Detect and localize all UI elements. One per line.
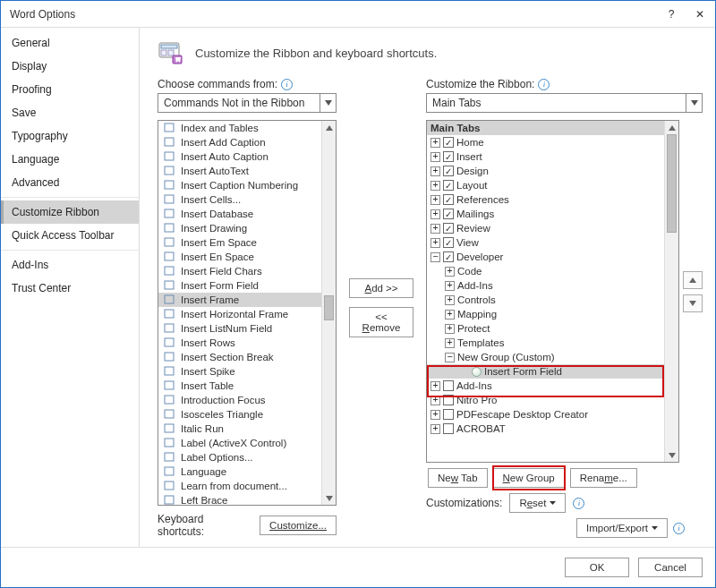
command-item[interactable]: Insert Rows <box>158 336 321 350</box>
tree-item[interactable]: −New Group (Custom) <box>427 350 664 364</box>
checkbox[interactable] <box>443 194 454 205</box>
command-item[interactable]: Insert Section Break <box>158 350 321 364</box>
sidebar-item-save[interactable]: Save <box>1 101 139 124</box>
tree-item[interactable]: +Mapping <box>427 307 664 321</box>
expand-icon[interactable]: + <box>445 295 455 305</box>
help-button[interactable]: ? <box>665 8 678 21</box>
collapse-icon[interactable]: − <box>430 252 440 262</box>
checkbox[interactable] <box>443 223 454 234</box>
expand-icon[interactable]: + <box>445 324 455 334</box>
command-item[interactable]: Insert Auto Caption <box>158 149 321 164</box>
info-icon[interactable]: i <box>281 79 293 90</box>
scrollbar[interactable] <box>664 121 678 462</box>
sidebar-item-advanced[interactable]: Advanced <box>1 171 139 194</box>
choose-commands-select[interactable]: Commands Not in the Ribbon <box>158 93 337 113</box>
scroll-up-button[interactable] <box>322 121 336 134</box>
sidebar-item-customize-ribbon[interactable]: Customize Ribbon <box>1 200 139 224</box>
sidebar-item-add-ins[interactable]: Add-Ins <box>1 253 139 277</box>
info-icon[interactable]: i <box>573 498 584 509</box>
command-item[interactable]: Insert Database <box>158 207 321 221</box>
tree-item[interactable]: Insert Form Field <box>427 364 664 379</box>
expand-icon[interactable]: + <box>430 181 440 191</box>
commands-listbox[interactable]: Index and TablesInsert Add CaptionInsert… <box>158 120 337 506</box>
command-item[interactable]: Insert Table <box>158 379 321 393</box>
tree-item[interactable]: +Controls <box>427 293 664 307</box>
move-up-button[interactable] <box>683 271 703 289</box>
add-button[interactable]: Add >> <box>349 278 413 298</box>
command-item[interactable]: Language <box>158 464 321 479</box>
command-item[interactable]: Left Brace <box>158 493 321 505</box>
info-icon[interactable]: i <box>538 79 550 90</box>
checkbox[interactable] <box>443 166 454 176</box>
tree-item[interactable]: +Insert <box>427 149 664 164</box>
expand-icon[interactable]: + <box>445 338 455 348</box>
checkbox[interactable] <box>443 251 454 262</box>
tree-item[interactable]: +Nitro Pro <box>427 393 664 407</box>
checkbox[interactable] <box>443 237 454 248</box>
command-item[interactable]: Italic Run <box>158 422 321 436</box>
checkbox[interactable] <box>443 380 454 391</box>
tree-item[interactable]: +PDFescape Desktop Creator <box>427 407 664 422</box>
expand-icon[interactable]: + <box>430 138 440 148</box>
tree-item[interactable]: +Design <box>427 164 664 178</box>
checkbox[interactable] <box>443 395 454 405</box>
command-item[interactable]: Index and Tables <box>158 121 321 135</box>
info-icon[interactable]: i <box>673 523 685 534</box>
checkbox[interactable] <box>443 180 454 191</box>
sidebar-item-display[interactable]: Display <box>1 55 139 78</box>
command-item[interactable]: Label (ActiveX Control) <box>158 436 321 450</box>
remove-button[interactable]: << Remove <box>349 307 413 337</box>
expand-icon[interactable]: + <box>445 267 455 277</box>
command-item[interactable]: Learn from document... <box>158 479 321 493</box>
rename-button[interactable]: Rename... <box>570 468 637 488</box>
command-item[interactable]: Insert ListNum Field <box>158 321 321 336</box>
tree-item[interactable]: +Code <box>427 264 664 278</box>
tree-item[interactable]: +Add-Ins <box>427 379 664 393</box>
tree-item[interactable]: +Review <box>427 221 664 235</box>
expand-icon[interactable]: + <box>430 209 440 219</box>
tree-item[interactable]: +Templates <box>427 336 664 350</box>
command-item[interactable]: Insert Horizontal Frame <box>158 307 321 321</box>
checkbox[interactable] <box>443 423 454 434</box>
checkbox[interactable] <box>443 209 454 219</box>
scrollbar[interactable] <box>321 121 336 505</box>
command-item[interactable]: Insert AutoText <box>158 164 321 178</box>
command-item[interactable]: Insert Form Field <box>158 278 321 293</box>
expand-icon[interactable]: + <box>430 410 440 420</box>
checkbox[interactable] <box>443 151 454 162</box>
expand-icon[interactable]: + <box>430 152 440 162</box>
sidebar-item-quick-access-toolbar[interactable]: Quick Access Toolbar <box>1 224 139 247</box>
expand-icon[interactable]: + <box>430 381 440 391</box>
checkbox[interactable] <box>443 409 454 420</box>
import-export-button[interactable]: Import/Export <box>576 518 668 538</box>
ok-button[interactable]: OK <box>565 558 629 577</box>
expand-icon[interactable]: + <box>430 195 440 205</box>
tree-item[interactable]: −Developer <box>427 250 664 264</box>
command-item[interactable]: Insert Em Space <box>158 235 321 250</box>
collapse-icon[interactable]: − <box>445 353 455 362</box>
new-group-button[interactable]: New Group <box>493 468 565 488</box>
cancel-button[interactable]: Cancel <box>638 558 703 577</box>
expand-icon[interactable]: + <box>430 396 440 405</box>
command-item[interactable]: Insert Caption Numbering <box>158 178 321 192</box>
customize-keyboard-button[interactable]: Customize... <box>260 516 337 535</box>
reset-button[interactable]: Reset <box>509 493 566 513</box>
command-item[interactable]: Insert Drawing <box>158 221 321 235</box>
expand-icon[interactable]: + <box>430 224 440 234</box>
tree-item[interactable]: +View <box>427 235 664 250</box>
command-item[interactable]: Introduction Focus <box>158 393 321 407</box>
command-item[interactable]: Insert Field Chars <box>158 264 321 278</box>
command-item[interactable]: Insert En Space <box>158 250 321 264</box>
tree-item[interactable]: +References <box>427 192 664 207</box>
expand-icon[interactable]: + <box>430 166 440 176</box>
command-item[interactable]: Insert Spike <box>158 364 321 379</box>
close-button[interactable]: ✕ <box>694 8 706 21</box>
sidebar-item-proofing[interactable]: Proofing <box>1 78 139 101</box>
command-item[interactable]: Label Options... <box>158 450 321 464</box>
sidebar-item-general[interactable]: General <box>1 31 139 55</box>
tree-item[interactable]: +ACROBAT <box>427 422 664 436</box>
expand-icon[interactable]: + <box>445 281 455 291</box>
sidebar-item-typography[interactable]: Typography <box>1 124 139 148</box>
checkbox[interactable] <box>443 137 454 148</box>
new-tab-button[interactable]: New Tab <box>428 468 488 488</box>
